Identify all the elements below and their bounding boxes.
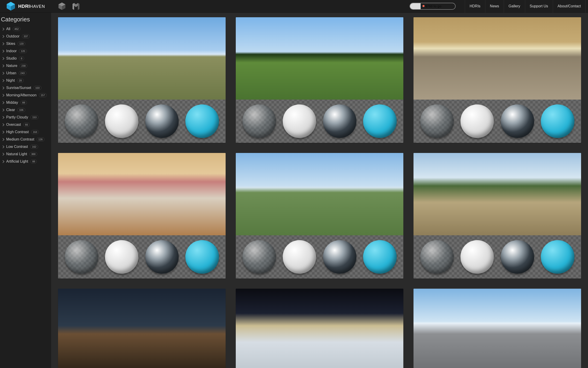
category-count: 243 (19, 71, 27, 75)
preview-diffuse-ball (460, 240, 494, 274)
category-label: Skies (6, 42, 15, 46)
chevron-right-icon (1, 145, 4, 148)
hdri-card[interactable] (414, 289, 581, 368)
hdri-card[interactable] (236, 289, 403, 368)
chevron-right-icon (1, 116, 4, 119)
category-low-contrast[interactable]: Low Contrast162 (0, 143, 51, 150)
chevron-right-icon (1, 101, 4, 104)
hdri-card[interactable] (414, 17, 581, 143)
patreon-icon (422, 5, 425, 8)
category-midday[interactable]: Midday88 (0, 99, 51, 106)
preview-chrome-ball (145, 240, 179, 274)
model-haven-icon[interactable] (72, 2, 80, 10)
category-high-contrast[interactable]: High Contrast163 (0, 128, 51, 136)
category-all[interactable]: All452 (0, 25, 51, 33)
category-count: 66 (23, 123, 30, 127)
brand-text: HDRIHAVEN (18, 4, 45, 9)
category-label: Medium Contrast (6, 137, 34, 141)
chevron-right-icon (1, 153, 4, 156)
material-preview-row (414, 235, 581, 278)
hdri-card[interactable] (58, 289, 226, 368)
category-partly-cloudy[interactable]: Partly Cloudy153 (0, 114, 51, 121)
nav-news[interactable]: News (485, 0, 504, 13)
chevron-right-icon (1, 50, 4, 53)
preview-diffuse-ball (460, 104, 494, 138)
category-count: 88 (20, 101, 27, 105)
brand-logo[interactable]: HDRIHAVEN (2, 1, 45, 11)
preview-glossy-ball (185, 240, 219, 274)
category-sunrise-sunset[interactable]: Sunrise/Sunset103 (0, 84, 51, 92)
hdri-card[interactable] (414, 153, 581, 278)
hdri-panorama (236, 289, 403, 368)
category-outdoor[interactable]: Outdoor337 (0, 33, 51, 40)
category-count: 8 (19, 56, 24, 61)
category-morning-afternoon[interactable]: Morning/Afternoon157 (0, 92, 51, 99)
category-artificial-light[interactable]: Artificial Light88 (0, 158, 51, 165)
header: HDRIHAVEN $760 to go HDRIs News Gallery … (0, 0, 588, 13)
chevron-right-icon (1, 64, 4, 67)
category-skies[interactable]: Skies120 (0, 40, 51, 47)
svg-point-10 (422, 5, 425, 7)
preview-glass-ball (242, 104, 276, 138)
donation-fill (410, 3, 421, 9)
category-count: 153 (30, 115, 38, 119)
chevron-right-icon (1, 123, 4, 126)
category-count: 126 (37, 137, 44, 141)
category-urban[interactable]: Urban243 (0, 69, 51, 77)
category-studio[interactable]: Studio8 (0, 55, 51, 62)
category-count: 88 (30, 159, 37, 164)
category-label: Night (6, 78, 15, 83)
preview-chrome-ball (145, 104, 179, 138)
preview-glass-ball (65, 240, 98, 274)
category-label: Sunrise/Sunset (6, 86, 31, 90)
category-clear[interactable]: Clear106 (0, 106, 51, 114)
category-label: Nature (6, 64, 17, 68)
category-count: 28 (17, 78, 23, 83)
preview-glossy-ball (541, 240, 574, 274)
hdri-card[interactable] (236, 153, 403, 278)
chevron-right-icon (1, 28, 4, 31)
category-count: 103 (34, 86, 41, 90)
preview-chrome-ball (323, 240, 357, 274)
category-count: 230 (19, 64, 27, 68)
category-count: 120 (18, 42, 25, 46)
category-label: Partly Cloudy (6, 115, 28, 119)
material-preview-row (58, 100, 226, 143)
nav-hdris[interactable]: HDRIs (465, 0, 485, 13)
texture-haven-icon[interactable] (58, 2, 66, 10)
category-nature[interactable]: Nature230 (0, 62, 51, 69)
category-label: Natural Light (6, 152, 27, 156)
svg-marker-7 (73, 3, 74, 10)
preview-glass-ball (242, 240, 276, 274)
category-natural-light[interactable]: Natural Light388 (0, 150, 51, 158)
nav-support[interactable]: Support Us (525, 0, 553, 13)
category-label: High Contrast (6, 130, 29, 134)
preview-glossy-ball (185, 104, 219, 138)
category-overcast[interactable]: Overcast66 (0, 121, 51, 128)
category-count: 452 (13, 27, 20, 31)
hdri-card[interactable] (236, 17, 403, 143)
hdri-panorama (236, 17, 403, 100)
category-count: 106 (17, 108, 25, 112)
nav-gallery[interactable]: Gallery (504, 0, 525, 13)
material-preview-row (414, 100, 581, 143)
chevron-right-icon (1, 42, 4, 45)
preview-diffuse-ball (105, 240, 139, 274)
hdri-card[interactable] (58, 17, 226, 143)
donation-label: $760 to go (422, 4, 441, 8)
hdri-panorama (236, 153, 403, 235)
category-indoor[interactable]: Indoor120 (0, 47, 51, 55)
category-count: 388 (29, 152, 37, 156)
chevron-right-icon (1, 94, 4, 97)
hdri-panorama (414, 289, 581, 368)
preview-diffuse-ball (283, 104, 316, 138)
category-count: 163 (31, 130, 39, 134)
hdri-card[interactable] (58, 153, 226, 278)
donation-progress[interactable]: $760 to go (409, 3, 456, 10)
nav-about[interactable]: About/Contact (553, 0, 586, 13)
svg-marker-8 (78, 3, 79, 10)
category-medium-contrast[interactable]: Medium Contrast126 (0, 136, 51, 143)
category-night[interactable]: Night28 (0, 77, 51, 84)
material-preview-row (236, 100, 403, 143)
preview-glossy-ball (363, 240, 397, 274)
